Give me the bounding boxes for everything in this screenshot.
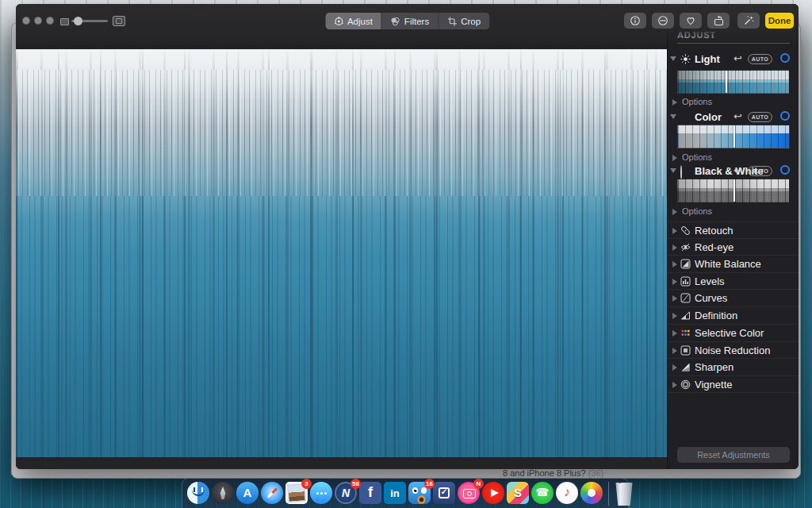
chevron-right-icon[interactable] — [672, 313, 677, 319]
finder-icon[interactable] — [187, 482, 209, 504]
chevron-down-icon[interactable] — [670, 168, 676, 173]
thumbnail-size-large-icon — [113, 16, 125, 26]
tool-white-balance[interactable]: White Balance — [668, 255, 799, 272]
edit-mode-segmented-control: Adjust Filters Crop — [325, 13, 489, 29]
color-slider-strip[interactable] — [677, 125, 790, 148]
tool-definition[interactable]: Definition — [668, 306, 799, 324]
black-white-icon — [680, 166, 691, 176]
slack-icon[interactable] — [507, 482, 529, 504]
definition-icon — [680, 310, 691, 321]
bw-slider-strip[interactable] — [677, 179, 790, 202]
light-options-row[interactable]: Options — [668, 97, 799, 108]
tool-red-eye[interactable]: Red-eye — [668, 238, 799, 256]
more-options-button[interactable] — [652, 13, 674, 29]
trash-icon[interactable] — [615, 483, 634, 506]
youtube-icon[interactable] — [482, 482, 504, 504]
section-black-white[interactable]: Black & White ↩ AUTO — [668, 164, 799, 179]
linkedin-icon[interactable] — [384, 482, 406, 504]
n-circle-icon[interactable]: 58 — [335, 482, 357, 504]
tweetbot-icon[interactable]: 16 — [408, 482, 431, 504]
tool-vignette[interactable]: Vignette — [668, 375, 799, 393]
chevron-right-icon[interactable] — [672, 209, 677, 215]
color-slider-marker[interactable] — [733, 125, 735, 148]
reset-arrow-icon[interactable]: ↩ — [733, 164, 742, 176]
apple-music-icon[interactable] — [556, 482, 578, 504]
noise-reduction-icon — [680, 345, 691, 356]
chevron-right-icon[interactable] — [672, 99, 677, 106]
tab-filters[interactable]: Filters — [382, 13, 438, 29]
chevron-right-icon[interactable] — [672, 228, 677, 234]
auto-button[interactable]: AUTO — [748, 166, 772, 176]
rotate-button[interactable] — [707, 13, 730, 29]
messages-icon[interactable] — [310, 482, 332, 504]
enable-circle-toggle[interactable] — [780, 165, 790, 175]
adjust-sidebar: ADJUST Light ↩ AUTO Options — [667, 4, 799, 469]
chevron-right-icon[interactable] — [672, 279, 677, 285]
info-button[interactable] — [624, 13, 646, 29]
photo-canvas — [16, 45, 667, 469]
desktop: 8 and iPhone 8 Plus? (36) ADJUST Light — [0, 0, 812, 508]
tasks-checkbox-icon[interactable] — [433, 482, 455, 504]
zoom-slider-knob[interactable] — [74, 17, 82, 25]
reset-adjustments-button[interactable]: Reset Adjustments — [677, 447, 790, 463]
rotate-icon — [713, 15, 725, 26]
color-wheel-icon — [680, 112, 691, 122]
zoom-button[interactable] — [46, 17, 54, 25]
section-color[interactable]: Color ↩ AUTO — [668, 110, 799, 125]
close-button[interactable] — [22, 17, 30, 25]
whatsapp-icon[interactable] — [531, 482, 553, 504]
tool-sharpen[interactable]: Sharpen — [668, 358, 799, 375]
chevron-right-icon[interactable] — [672, 155, 677, 161]
dock: 3 58 16 N — [182, 478, 629, 508]
enable-circle-toggle[interactable] — [780, 111, 790, 121]
tool-selective-color[interactable]: Selective Color — [668, 324, 799, 341]
auto-button[interactable]: AUTO — [748, 112, 772, 122]
reset-arrow-icon[interactable]: ↩ — [733, 110, 742, 122]
sidebar-end-divider — [668, 392, 799, 393]
chevron-right-icon[interactable] — [672, 261, 677, 267]
chevron-right-icon[interactable] — [672, 244, 677, 251]
chevron-right-icon[interactable] — [672, 330, 677, 337]
done-button[interactable]: Done — [765, 13, 794, 29]
more-icon — [657, 15, 668, 26]
safari-icon[interactable] — [261, 482, 283, 504]
titlebar[interactable]: Adjust Filters Crop — [16, 4, 799, 45]
section-light[interactable]: Light ↩ AUTO — [668, 52, 799, 67]
chevron-down-icon[interactable] — [670, 56, 676, 61]
instagram-camera-icon[interactable]: N — [458, 482, 480, 504]
bw-options-row[interactable]: Options — [668, 206, 799, 217]
background-window-status: 8 and iPhone 8 Plus? (36) — [503, 468, 603, 478]
launchpad-icon[interactable] — [212, 482, 234, 504]
app-store-icon[interactable] — [236, 482, 259, 504]
auto-button[interactable]: AUTO — [748, 54, 772, 64]
retouch-icon — [680, 225, 691, 236]
tool-levels[interactable]: Levels — [668, 272, 799, 290]
magic-wand-icon — [743, 15, 754, 26]
tool-noise-reduction[interactable]: Noise Reduction — [668, 341, 799, 359]
tool-retouch[interactable]: Retouch — [668, 221, 799, 239]
minimize-button[interactable] — [34, 17, 42, 25]
tab-adjust[interactable]: Adjust — [325, 13, 381, 29]
light-slider-marker[interactable] — [726, 71, 727, 93]
tool-curves[interactable]: Curves — [668, 289, 799, 306]
photos-window: ADJUST Light ↩ AUTO Options — [16, 4, 799, 469]
photo-reflection-layer — [16, 196, 667, 457]
bw-slider-marker[interactable] — [733, 179, 735, 202]
chevron-down-icon[interactable] — [670, 114, 676, 119]
auto-enhance-button[interactable] — [737, 13, 760, 29]
favorite-button[interactable] — [680, 13, 702, 29]
reset-arrow-icon[interactable]: ↩ — [733, 52, 742, 64]
chevron-right-icon[interactable] — [672, 382, 677, 388]
section-color-label: Color — [695, 111, 722, 123]
chevron-right-icon[interactable] — [672, 364, 677, 371]
vignette-icon — [680, 379, 691, 390]
light-slider-strip[interactable] — [677, 70, 790, 94]
photos-flower-icon[interactable] — [580, 482, 603, 504]
tab-crop[interactable]: Crop — [439, 13, 489, 29]
chevron-right-icon[interactable] — [672, 348, 677, 354]
chevron-right-icon[interactable] — [672, 295, 677, 302]
enable-circle-toggle[interactable] — [780, 53, 790, 63]
facebook-icon[interactable] — [359, 482, 381, 504]
color-options-row[interactable]: Options — [668, 152, 799, 164]
preview-photo-icon[interactable]: 3 — [285, 482, 308, 504]
